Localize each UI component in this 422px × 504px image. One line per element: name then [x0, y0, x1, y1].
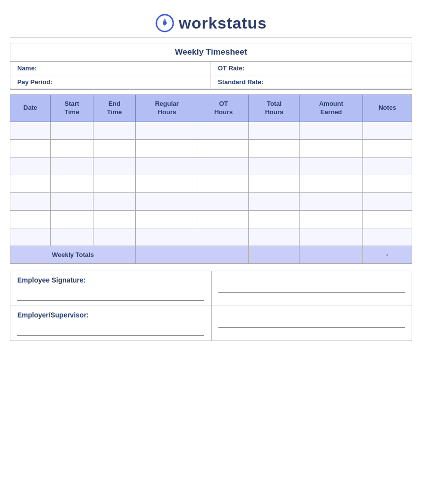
employer-sig-line — [17, 324, 204, 336]
table-row — [10, 122, 412, 139]
timesheet-table: Date StartTime EndTime RegularHours OTHo… — [10, 94, 412, 264]
logo-row: workstatus — [10, 14, 412, 32]
table-row — [10, 192, 412, 210]
info-cell-name-label: Name: — [10, 62, 211, 75]
row-3-total-hours — [249, 175, 300, 192]
col-regular-hours: RegularHours — [136, 95, 198, 122]
row-0-start-time — [51, 122, 93, 139]
col-date: Date — [10, 95, 51, 122]
totals-ot — [198, 246, 249, 263]
row-5-end-time — [93, 210, 136, 228]
row-1-total-hours — [249, 139, 300, 157]
row-5-ot-hours — [198, 210, 249, 228]
bottom-section: Employee Signature: Employer/Supervisor: — [10, 271, 412, 341]
bottom-row-1: Employee Signature: — [10, 271, 412, 306]
row-2-ot-hours — [198, 157, 249, 175]
pay-period-label: Pay Period: — [17, 78, 53, 86]
totals-total — [249, 246, 300, 263]
employee-sig-line — [17, 289, 204, 301]
row-1-amount-earned — [300, 139, 363, 157]
ot-rate-value — [246, 64, 248, 72]
info-cell-pay-label: Pay Period: — [10, 75, 211, 89]
row-3-start-time — [51, 175, 93, 192]
row-3-reg-hours — [136, 175, 198, 192]
employee-sig-label: Employee Signature: — [17, 276, 204, 284]
col-amount-earned: AmountEarned — [300, 95, 363, 122]
employee-sig-date-cell — [211, 271, 412, 306]
row-2-date — [10, 157, 51, 175]
row-6-start-time — [51, 228, 93, 246]
table-row — [10, 175, 412, 192]
table-row — [10, 157, 412, 175]
totals-amount — [300, 246, 363, 263]
col-ot-hours: OTHours — [198, 95, 249, 122]
svg-point-1 — [163, 21, 167, 25]
row-0-notes — [363, 122, 412, 139]
row-5-date — [10, 210, 51, 228]
row-2-notes — [363, 157, 412, 175]
col-start-time: StartTime — [51, 95, 93, 122]
row-2-amount-earned — [300, 157, 363, 175]
row-6-end-time — [93, 228, 136, 246]
row-4-reg-hours — [136, 192, 198, 210]
bottom-row-2: Employer/Supervisor: — [10, 306, 412, 341]
workstatus-logo-icon — [155, 14, 174, 32]
row-1-ot-hours — [198, 139, 249, 157]
header: workstatus — [10, 5, 412, 38]
page-container: workstatus Weekly Timesheet Name: OT Rat… — [0, 0, 422, 504]
row-3-end-time — [93, 175, 136, 192]
row-1-notes — [363, 139, 412, 157]
row-4-notes — [363, 192, 412, 210]
totals-notes: - — [363, 246, 412, 263]
row-3-ot-hours — [198, 175, 249, 192]
row-4-end-time — [93, 192, 136, 210]
row-5-reg-hours — [136, 210, 198, 228]
totals-label: Weekly Totals — [10, 246, 136, 263]
row-5-notes — [363, 210, 412, 228]
employee-sig-date-line — [218, 281, 405, 293]
employer-sig-label: Employer/Supervisor: — [17, 311, 204, 319]
info-grid: Name: OT Rate: Pay Period: Standard Rate… — [10, 62, 412, 89]
row-4-ot-hours — [198, 192, 249, 210]
row-2-end-time — [93, 157, 136, 175]
row-2-start-time — [51, 157, 93, 175]
totals-reg — [136, 246, 198, 263]
pay-period-value — [54, 78, 56, 86]
row-2-reg-hours — [136, 157, 198, 175]
row-6-reg-hours — [136, 228, 198, 246]
row-0-date — [10, 122, 51, 139]
table-header-row: Date StartTime EndTime RegularHours OTHo… — [10, 95, 412, 122]
standard-rate-label: Standard Rate: — [218, 78, 263, 86]
standard-rate-value — [265, 78, 267, 86]
row-0-end-time — [93, 122, 136, 139]
row-6-total-hours — [249, 228, 300, 246]
row-3-date — [10, 175, 51, 192]
employee-sig-label-cell: Employee Signature: — [10, 271, 211, 306]
row-2-total-hours — [249, 157, 300, 175]
row-6-amount-earned — [300, 228, 363, 246]
employer-sig-date-line — [218, 316, 405, 328]
table-row — [10, 139, 412, 157]
employer-sig-date-cell — [211, 306, 412, 341]
row-1-end-time — [93, 139, 136, 157]
row-4-amount-earned — [300, 192, 363, 210]
col-notes: Notes — [363, 95, 412, 122]
logo-text: workstatus — [179, 14, 267, 32]
col-end-time: EndTime — [93, 95, 136, 122]
row-4-date — [10, 192, 51, 210]
row-4-total-hours — [249, 192, 300, 210]
totals-row: Weekly Totals - — [10, 246, 412, 263]
row-1-reg-hours — [136, 139, 198, 157]
row-6-ot-hours — [198, 228, 249, 246]
employer-sig-label-cell: Employer/Supervisor: — [10, 306, 211, 341]
info-section: Weekly Timesheet Name: OT Rate: Pay Peri… — [10, 43, 412, 90]
row-3-notes — [363, 175, 412, 192]
row-0-total-hours — [249, 122, 300, 139]
row-3-amount-earned — [300, 175, 363, 192]
row-0-amount-earned — [300, 122, 363, 139]
name-label: Name: — [17, 64, 37, 72]
col-total-hours: TotalHours — [249, 95, 300, 122]
report-title: Weekly Timesheet — [10, 43, 412, 62]
row-5-start-time — [51, 210, 93, 228]
table-row — [10, 228, 412, 246]
